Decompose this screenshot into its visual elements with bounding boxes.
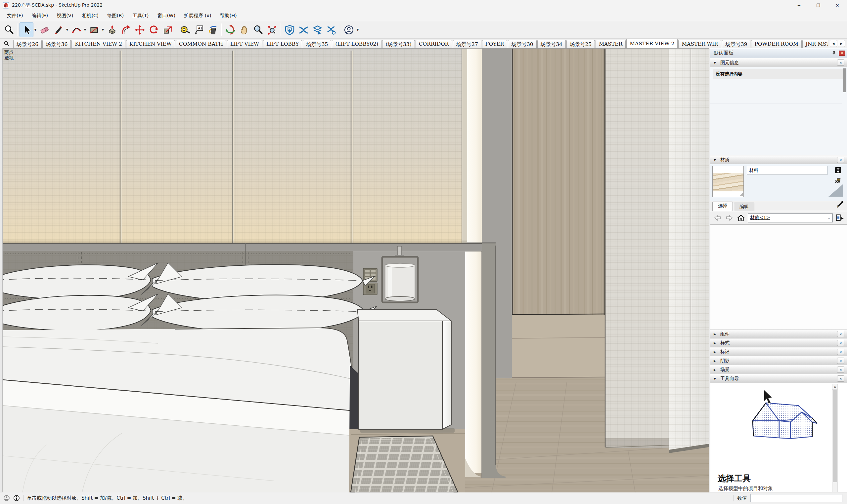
tab-edit[interactable]: 编辑	[734, 203, 754, 211]
section-close-materials[interactable]: ×	[837, 157, 844, 163]
minimize-button[interactable]: ─	[790, 0, 809, 11]
select-tool-button[interactable]	[19, 22, 33, 37]
zoom-tool-button[interactable]	[251, 22, 265, 37]
arc-dropdown-arrow[interactable]: ▼	[83, 28, 87, 31]
scene-tab-14[interactable]: 场景号34	[537, 40, 566, 48]
menu-item-7[interactable]: 扩展程序 (x)	[180, 11, 216, 20]
account-dropdown-arrow[interactable]: ▼	[356, 28, 360, 31]
section-header-entity-info[interactable]: ▼ 图元信息 ×	[710, 58, 847, 67]
menu-item-2[interactable]: 视图(V)	[52, 11, 77, 20]
eyedropper-icon[interactable]	[836, 201, 844, 210]
panel-scrollbar-thumb[interactable]	[843, 68, 846, 92]
geolocation-icon[interactable]	[3, 495, 10, 501]
section-header-materials[interactable]: ▼ 材质 ×	[710, 155, 847, 164]
scene-tab-20[interactable]: POWDER ROOM	[751, 40, 801, 48]
section-close-shadows[interactable]: ×	[837, 358, 844, 364]
scene-tab-7[interactable]: 场景号35	[303, 40, 331, 48]
material-thumbnail[interactable]	[712, 166, 744, 197]
scene-search-button[interactable]	[1, 39, 11, 48]
scene-tab-3[interactable]: KITCHEN VIEW	[126, 40, 175, 48]
section-header-shadows[interactable]: ▶ 阴影 ×	[710, 356, 847, 365]
scene-tab-11[interactable]: 场景号27	[453, 40, 481, 48]
pan-tool-button[interactable]	[237, 22, 251, 37]
material-select-combobox[interactable]: 材质<1> ⌄	[748, 214, 833, 222]
rectangle-tool-button[interactable]	[87, 22, 101, 37]
details-button[interactable]	[835, 214, 844, 222]
scene-tab-6[interactable]: LIFT LOBBY	[263, 40, 302, 48]
select-dropdown-arrow[interactable]: ▼	[33, 28, 37, 31]
scene-tab-19[interactable]: 场景号39	[722, 40, 750, 48]
section-close-styles[interactable]: ×	[837, 340, 844, 346]
orbit-tool-button[interactable]	[223, 22, 237, 37]
extension-layers-button[interactable]	[310, 22, 324, 37]
menu-item-5[interactable]: 工具(T)	[128, 11, 153, 20]
menu-item-4[interactable]: 绘图(R)	[103, 11, 128, 20]
panel-close-button[interactable]: ✕	[839, 51, 845, 56]
menu-item-8[interactable]: 帮助(H)	[216, 11, 241, 20]
scroll-up-arrow[interactable]: ▲	[832, 384, 837, 390]
section-header-instructor[interactable]: ▼ 工具向导 ×	[710, 374, 847, 383]
scene-tab-13[interactable]: 场景号30	[508, 40, 536, 48]
menu-item-1[interactable]: 编辑(E)	[28, 11, 52, 20]
section-close-components[interactable]: ×	[837, 331, 844, 337]
section-header-tags[interactable]: ▶ 标记 ×	[710, 347, 847, 356]
scene-tab-18[interactable]: MASTER WIR	[678, 40, 721, 48]
scene-tab-17[interactable]: MASTER VIEW 2	[626, 39, 678, 48]
section-close-instructor[interactable]: ×	[837, 375, 844, 382]
scene-tab-1[interactable]: 场景号36	[42, 40, 71, 48]
section-close-tags[interactable]: ×	[837, 349, 844, 355]
home-button[interactable]	[736, 214, 745, 222]
scene-tab-10[interactable]: CORRIDOR	[416, 40, 452, 48]
rectangle-dropdown-arrow[interactable]: ▼	[101, 28, 105, 31]
move-tool-button[interactable]	[133, 22, 146, 37]
tab-scroll-left-button[interactable]: ◀	[830, 40, 837, 47]
material-name-field[interactable]	[747, 166, 828, 175]
extension-mirror-button[interactable]	[296, 22, 310, 37]
section-header-scenes[interactable]: ▶ 场景 ×	[710, 365, 847, 374]
instructor-scroll-thumb[interactable]	[833, 390, 837, 482]
extension-publish-button[interactable]	[282, 22, 296, 37]
menu-item-6[interactable]: 窗口(W)	[153, 11, 180, 20]
scene-tab-9[interactable]: (场景号33)	[382, 40, 415, 48]
section-header-components[interactable]: ▶ 组件 ×	[710, 329, 847, 338]
forward-arrow-button[interactable]	[725, 214, 734, 222]
scene-tab-0[interactable]: 场景号26	[13, 40, 42, 48]
scene-tab-15[interactable]: 场景号25	[567, 40, 595, 48]
eraser-tool-button[interactable]	[37, 22, 51, 37]
menu-item-0[interactable]: 文件(F)	[3, 11, 28, 20]
line-tool-button[interactable]	[51, 22, 65, 37]
back-arrow-button[interactable]	[713, 214, 722, 222]
scene-tab-2[interactable]: KITCHEN VIEW 2	[71, 40, 125, 48]
panel-title-bar[interactable]: 默认面板 ✕	[710, 48, 847, 58]
display-secondary-pane-button[interactable]	[834, 166, 842, 174]
tab-scroll-right-button[interactable]: ▶	[838, 40, 845, 47]
extension-settings-button[interactable]	[324, 22, 338, 37]
scene-tab-5[interactable]: LIFT VIEW	[227, 40, 262, 48]
zoom-extents-tool-button[interactable]	[265, 22, 279, 37]
push-pull-tool-button[interactable]	[105, 22, 119, 37]
menu-item-3[interactable]: 相机(C)	[77, 11, 103, 20]
rotate-tool-button[interactable]	[146, 22, 160, 37]
info-icon[interactable]	[13, 495, 20, 501]
instructor-scrollbar[interactable]: ▲	[832, 384, 838, 492]
tab-select[interactable]: 选择	[712, 202, 733, 211]
section-close-entity-info[interactable]: ×	[837, 59, 844, 66]
scene-tab-21[interactable]: JNR MSTER	[802, 40, 828, 48]
account-button[interactable]	[342, 22, 356, 37]
scene-tab-8[interactable]: (LIFT LOBBY02)	[332, 40, 381, 48]
arc-tool-button[interactable]	[69, 22, 83, 37]
follow-me-tool-button[interactable]	[119, 22, 133, 37]
scene-tab-12[interactable]: FOYER	[482, 40, 507, 48]
restore-button[interactable]: ❐	[809, 0, 828, 11]
create-material-button[interactable]	[834, 176, 842, 184]
viewport-3d[interactable]: 两点 透视	[3, 48, 709, 492]
thumbnail-resize-corner[interactable]	[739, 193, 743, 196]
materials-list-area[interactable]	[710, 224, 847, 329]
section-header-styles[interactable]: ▶ 样式 ×	[710, 338, 847, 347]
scene-tab-4[interactable]: COMMON BATH	[176, 40, 226, 48]
text-tool-button[interactable]: A1	[192, 22, 206, 37]
section-close-scenes[interactable]: ×	[837, 366, 844, 373]
zoom-window-tool-button[interactable]	[2, 22, 16, 37]
close-button[interactable]: ✕	[828, 0, 847, 11]
tape-measure-tool-button[interactable]	[178, 22, 192, 37]
